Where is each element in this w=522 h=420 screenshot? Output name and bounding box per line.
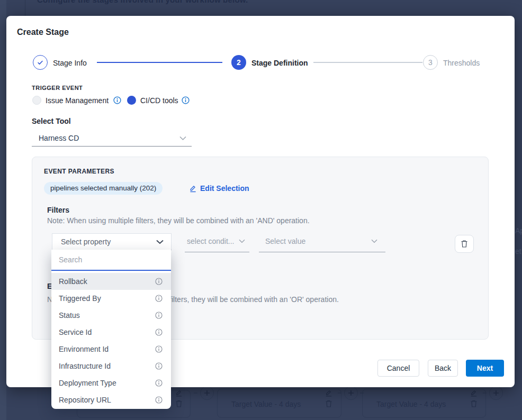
select-tool-label: Select Tool <box>32 117 71 125</box>
step-3-indicator[interactable]: 3 <box>423 55 438 70</box>
step-1-label[interactable]: Stage Info <box>53 59 87 67</box>
plus-icon <box>489 386 503 400</box>
search-underline <box>51 270 171 271</box>
chevron-down-icon[interactable] <box>239 239 245 243</box>
step-2-label[interactable]: Stage Definition <box>251 59 308 67</box>
property-select[interactable]: Select property <box>52 233 172 250</box>
tool-select-underline <box>32 146 192 147</box>
info-icon[interactable] <box>155 362 163 370</box>
option-triggered-by[interactable]: Triggered By <box>51 290 171 307</box>
step-3-label[interactable]: Thresholds <box>443 59 480 67</box>
info-icon[interactable] <box>155 278 163 285</box>
property-options-list: Rollback Triggered By Status Service Id … <box>51 273 171 408</box>
info-icon[interactable] <box>155 379 163 387</box>
option-deployment-type[interactable]: Deployment Type <box>51 375 171 391</box>
edit-icon <box>175 389 183 397</box>
background-sidebar-strip <box>0 0 6 420</box>
cancel-button[interactable]: Cancel <box>377 360 419 377</box>
value-select[interactable]: Select value <box>265 237 305 245</box>
chevron-down-icon[interactable] <box>179 136 186 141</box>
trash-icon <box>175 399 183 408</box>
selection-badge: pipelines selected manually (202) <box>44 182 163 195</box>
plus-icon <box>200 386 214 400</box>
tool-select-value[interactable]: Harness CD <box>39 134 79 142</box>
property-select-placeholder: Select property <box>61 238 111 246</box>
edit-icon <box>325 389 333 397</box>
background-subtitle: Configure the stages involved in your wo… <box>37 0 248 4</box>
option-service-id[interactable]: Service Id <box>51 324 171 341</box>
delete-filter-button[interactable] <box>455 235 474 253</box>
background-text-fragment: et <box>515 247 521 255</box>
modal-title: Create Stage <box>17 28 69 37</box>
property-dropdown-panel: Rollback Triggered By Status Service Id … <box>51 250 171 409</box>
info-icon[interactable] <box>155 328 163 336</box>
chevron-down-icon[interactable] <box>371 239 377 243</box>
step-2-indicator[interactable]: 2 <box>231 55 246 70</box>
info-icon[interactable] <box>182 96 190 104</box>
edit-icon <box>470 389 478 397</box>
chevron-down-icon <box>156 240 164 244</box>
next-button[interactable]: Next <box>466 360 504 377</box>
trigger-event-label: TRIGGER EVENT <box>32 85 83 91</box>
trash-icon <box>470 399 478 408</box>
radio-cicd-tools[interactable] <box>127 96 136 105</box>
plus-icon <box>344 386 358 400</box>
condition-select[interactable]: select condit... <box>187 237 235 245</box>
background-divider <box>25 0 25 16</box>
background-card-label: Target Value - 4 days <box>376 400 446 408</box>
step-connector <box>313 62 422 63</box>
edit-icon <box>189 185 197 193</box>
value-select-underline <box>259 252 385 252</box>
filters-note: Note: When using multiple filters, they … <box>47 216 310 225</box>
info-icon[interactable] <box>155 295 163 302</box>
radio-issue-management-label[interactable]: Issue Management <box>46 96 109 105</box>
background-connector <box>483 392 487 394</box>
background-connector <box>194 392 197 394</box>
background-text-fragment: Ap <box>515 226 522 235</box>
radio-issue-management[interactable] <box>32 96 41 105</box>
edit-selection-link[interactable]: Edit Selection <box>189 184 249 193</box>
edit-selection-label: Edit Selection <box>200 184 249 193</box>
option-environment-id[interactable]: Environment Id <box>51 341 171 358</box>
radio-cicd-tools-label[interactable]: CI/CD tools <box>140 96 178 105</box>
info-icon[interactable] <box>155 312 163 319</box>
info-icon[interactable] <box>155 396 163 404</box>
check-icon <box>37 59 44 66</box>
option-rollback[interactable]: Rollback <box>51 273 171 290</box>
background-card-label: Target Value - 4 days <box>231 400 301 408</box>
option-infrastructure-id[interactable]: Infrastructure Id <box>51 358 171 375</box>
back-button[interactable]: Back <box>428 360 458 377</box>
option-repository-url[interactable]: Repository URL <box>51 391 171 408</box>
filters-heading: Filters <box>47 206 69 214</box>
step-1-indicator[interactable] <box>33 55 48 70</box>
screen: Configure the stages involved in your wo… <box>0 0 522 420</box>
background-connector <box>338 392 341 394</box>
info-icon[interactable] <box>155 345 163 353</box>
step-connector <box>97 62 222 63</box>
trash-icon <box>461 240 468 248</box>
option-status[interactable]: Status <box>51 307 171 324</box>
condition-select-underline <box>185 252 249 252</box>
info-icon[interactable] <box>113 96 121 104</box>
trash-icon <box>325 399 332 408</box>
event-parameters-heading: EVENT PARAMETERS <box>44 168 114 175</box>
search-input[interactable] <box>51 250 171 270</box>
